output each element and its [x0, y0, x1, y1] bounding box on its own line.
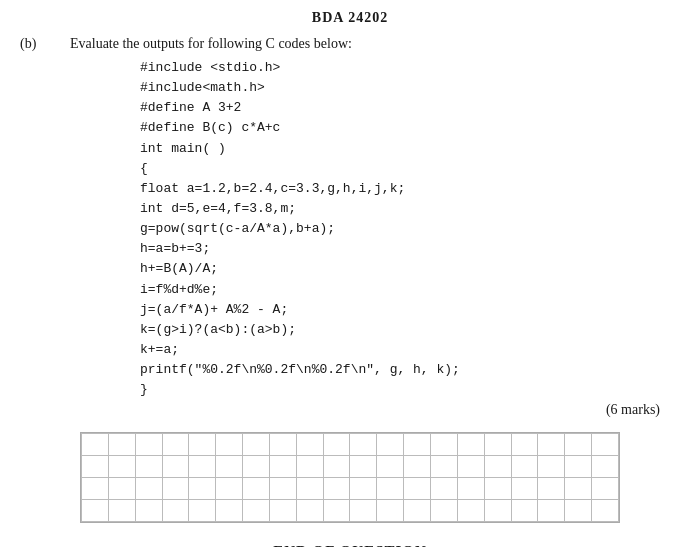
grid-cell [457, 478, 484, 500]
grid-cell [511, 500, 538, 522]
grid-cell [511, 478, 538, 500]
grid-cell [269, 456, 296, 478]
page-header: BDA 24202 [20, 10, 680, 26]
code-line: printf("%0.2f\n%0.2f\n%0.2f\n", g, h, k)… [140, 360, 680, 380]
code-line: { [140, 159, 680, 179]
grid-cell [135, 434, 162, 456]
question-text: Evaluate the outputs for following C cod… [70, 36, 680, 52]
code-line: #include<math.h> [140, 78, 680, 98]
grid-cell [269, 434, 296, 456]
grid-cell [404, 500, 431, 522]
grid-cell [296, 478, 323, 500]
grid-cell [108, 434, 135, 456]
grid-cell [484, 478, 511, 500]
code-line: } [140, 380, 680, 400]
code-line: j=(a/f*A)+ A%2 - A; [140, 300, 680, 320]
grid-cell [511, 434, 538, 456]
grid-cell [108, 456, 135, 478]
grid-cell [243, 434, 270, 456]
grid-cell [350, 434, 377, 456]
grid-cell [538, 434, 565, 456]
grid-cell [189, 500, 216, 522]
code-line: #define A 3+2 [140, 98, 680, 118]
grid-cell [216, 456, 243, 478]
grid-cell [82, 478, 109, 500]
grid-cell [323, 478, 350, 500]
grid-cell [457, 434, 484, 456]
code-line: h=a=b+=3; [140, 239, 680, 259]
code-line: k=(g>i)?(a<b):(a>b); [140, 320, 680, 340]
grid-cell [377, 478, 404, 500]
grid-cell [404, 456, 431, 478]
grid-cell [162, 478, 189, 500]
code-line: #include <stdio.h> [140, 58, 680, 78]
grid-cell [377, 434, 404, 456]
question-row: (b) Evaluate the outputs for following C… [20, 36, 680, 52]
grid-cell [538, 478, 565, 500]
grid-cell [135, 500, 162, 522]
grid-cell [296, 434, 323, 456]
code-line: int main( ) [140, 139, 680, 159]
grid-cell [323, 456, 350, 478]
grid-cell [592, 500, 619, 522]
grid-cell [108, 500, 135, 522]
grid-cell [538, 456, 565, 478]
grid-cell [350, 478, 377, 500]
grid-cell [135, 456, 162, 478]
grid-cell [269, 500, 296, 522]
code-line: k+=a; [140, 340, 680, 360]
grid-cell [484, 434, 511, 456]
grid-cell [430, 434, 457, 456]
code-line: g=pow(sqrt(c-a/A*a),b+a); [140, 219, 680, 239]
grid-cell [565, 478, 592, 500]
grid-cell [243, 456, 270, 478]
grid-cell [82, 434, 109, 456]
grid-cell [457, 500, 484, 522]
grid-cell [430, 500, 457, 522]
code-line: int d=5,e=4,f=3.8,m; [140, 199, 680, 219]
grid-cell [592, 434, 619, 456]
code-block: #include <stdio.h>#include<math.h>#defin… [140, 58, 680, 400]
grid-cell [82, 456, 109, 478]
marks-row: (6 marks) [20, 402, 680, 418]
grid-cell [162, 500, 189, 522]
grid-cell [216, 500, 243, 522]
grid-cell [592, 478, 619, 500]
grid-cell [538, 500, 565, 522]
question-label: (b) [20, 36, 70, 52]
grid-cell [216, 478, 243, 500]
grid-cell [484, 456, 511, 478]
grid-cell [323, 500, 350, 522]
grid-cell [162, 434, 189, 456]
grid-cell [484, 500, 511, 522]
grid-cell [430, 478, 457, 500]
grid-cell [296, 456, 323, 478]
end-of-question: -END OF QUESTION- [20, 543, 680, 547]
grid-cell [135, 478, 162, 500]
grid-cell [82, 500, 109, 522]
code-line: h+=B(A)/A; [140, 259, 680, 279]
grid-cell [296, 500, 323, 522]
grid-cell [323, 434, 350, 456]
answer-grid-container [80, 432, 620, 523]
code-line: i=f%d+d%e; [140, 280, 680, 300]
answer-grid [81, 433, 619, 522]
grid-cell [565, 434, 592, 456]
grid-cell [404, 434, 431, 456]
code-line: #define B(c) c*A+c [140, 118, 680, 138]
code-line: float a=1.2,b=2.4,c=3.3,g,h,i,j,k; [140, 179, 680, 199]
grid-cell [350, 456, 377, 478]
grid-cell [243, 500, 270, 522]
grid-cell [565, 456, 592, 478]
grid-cell [162, 456, 189, 478]
grid-cell [189, 478, 216, 500]
grid-cell [269, 478, 296, 500]
grid-cell [189, 456, 216, 478]
grid-cell [350, 500, 377, 522]
grid-cell [404, 478, 431, 500]
grid-cell [457, 456, 484, 478]
grid-cell [216, 434, 243, 456]
grid-cell [511, 456, 538, 478]
grid-cell [592, 456, 619, 478]
grid-cell [430, 456, 457, 478]
